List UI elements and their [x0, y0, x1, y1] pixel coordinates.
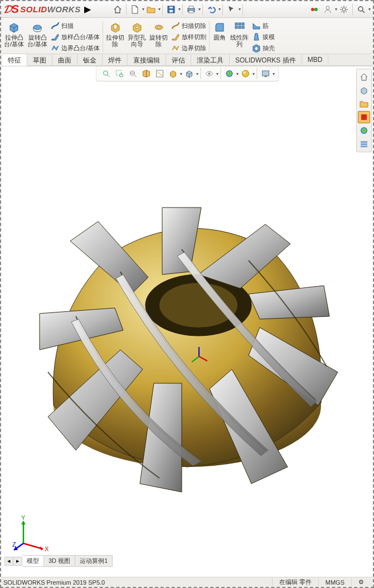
dropdown-arrow-icon[interactable]: ▾: [236, 71, 239, 76]
options-gear-icon[interactable]: [338, 3, 350, 16]
svg-rect-21: [242, 26, 244, 28]
select-cursor-icon[interactable]: [225, 3, 237, 16]
model-render: [31, 149, 343, 495]
dynamic-annotation-icon[interactable]: [153, 68, 166, 80]
status-product: SOLIDWORKS Premium 2019 SP5.0: [3, 579, 105, 586]
svg-rect-18: [242, 23, 244, 25]
revolve-boss-button[interactable]: 旋转凸 台/基体: [26, 20, 49, 49]
svg-point-29: [242, 70, 249, 77]
graphics-viewport[interactable]: ▾ ▾ ▾ ▾ ▾ ▾: [1, 66, 373, 577]
rebuild-icon[interactable]: [308, 3, 320, 16]
dropdown-arrow-icon[interactable]: ▾: [142, 7, 144, 12]
svg-rect-12: [114, 25, 117, 29]
dropdown-arrow-icon[interactable]: ▾: [239, 7, 241, 12]
tab-surfaces[interactable]: 曲面: [52, 54, 77, 65]
svg-rect-33: [361, 114, 367, 120]
dropdown-arrow-icon[interactable]: ▾: [178, 7, 181, 12]
svg-rect-20: [239, 26, 241, 28]
svg-line-44: [23, 543, 43, 549]
svg-rect-17: [239, 23, 241, 25]
display-style-icon[interactable]: [183, 68, 195, 80]
svg-rect-4: [189, 6, 193, 8]
tab-features[interactable]: 特征: [2, 54, 27, 66]
loft-button[interactable]: 放样凸台/基体: [49, 31, 101, 42]
svg-line-43: [192, 356, 199, 362]
tab-sw-addins[interactable]: SOLIDWORKS 插件: [230, 54, 302, 65]
cut-revolve-button[interactable]: 旋转切 除: [148, 20, 169, 49]
status-menu-icon[interactable]: ⚙: [351, 579, 371, 586]
previous-view-icon[interactable]: [127, 68, 139, 80]
svg-rect-19: [235, 26, 237, 28]
section-view-icon[interactable]: [140, 68, 152, 80]
extrude-boss-button[interactable]: 拉伸凸 台/基体: [2, 20, 26, 49]
svg-text:X: X: [45, 546, 49, 552]
zoom-to-fit-icon[interactable]: [100, 68, 112, 80]
custom-properties-icon[interactable]: [358, 124, 370, 137]
new-doc-icon[interactable]: [129, 3, 141, 16]
bottom-tab-3dview[interactable]: 3D 视图: [44, 555, 75, 567]
dropdown-arrow-icon[interactable]: ▾: [158, 7, 161, 12]
undo-icon[interactable]: [205, 3, 217, 16]
cut-boundary-button[interactable]: 边界切除: [169, 42, 208, 54]
dropdown-arrow-icon[interactable]: ▾: [196, 71, 198, 76]
search-icon[interactable]: [355, 3, 367, 16]
status-bar: SOLIDWORKS Premium 2019 SP5.0 在编辑 零件 MMG…: [1, 577, 373, 587]
tab-sheetmetal[interactable]: 钣金: [77, 54, 103, 65]
edit-appearance-icon[interactable]: [223, 68, 235, 80]
tab-evaluate[interactable]: 评估: [166, 54, 191, 65]
file-explorer-icon[interactable]: [358, 84, 370, 97]
tab-render-tools[interactable]: 渲染工具: [191, 54, 230, 65]
cut-loft-button[interactable]: 放样切割: [169, 31, 208, 42]
titlebar: 𝓓S SOLIDWORKS ▶ ▾ ▾ ▾ ▾ ▾ ▾ ▾ ▾: [1, 1, 373, 18]
origin-triad: [188, 345, 210, 368]
view-palette-icon[interactable]: [358, 98, 370, 110]
shell-button[interactable]: 抽壳: [250, 42, 276, 54]
dropdown-arrow-icon[interactable]: ▾: [218, 7, 221, 12]
svg-rect-35: [361, 141, 367, 143]
user-icon[interactable]: [322, 3, 334, 16]
tab-mbd[interactable]: MBD: [302, 54, 329, 65]
svg-point-6: [311, 8, 314, 11]
dropdown-arrow-icon[interactable]: ▾: [216, 71, 218, 76]
tab-scroll-left-icon[interactable]: ◂: [4, 557, 13, 566]
dropdown-arrow-icon[interactable]: ▾: [335, 7, 337, 12]
save-icon[interactable]: [165, 3, 177, 16]
svg-point-30: [243, 71, 245, 74]
bottom-tab-model[interactable]: 模型: [22, 555, 44, 567]
fillet-button[interactable]: 圆角: [211, 20, 229, 42]
tab-scroll-right-icon[interactable]: ▸: [13, 557, 22, 566]
dropdown-arrow-icon[interactable]: ▾: [252, 71, 255, 76]
tab-sketch[interactable]: 草图: [27, 54, 52, 65]
cut-sweep-button[interactable]: 扫描切除: [169, 20, 208, 31]
dropdown-arrow-icon[interactable]: ▾: [180, 71, 182, 76]
view-orientation-icon[interactable]: [167, 68, 179, 80]
reference-triad: X Y Z: [12, 515, 51, 555]
appearances-icon[interactable]: [358, 111, 370, 123]
rib-button[interactable]: 筋: [250, 20, 276, 31]
home-icon[interactable]: [111, 3, 124, 16]
status-units[interactable]: MMGS: [318, 579, 351, 586]
bottom-tab-motion-study[interactable]: 运动算例1: [75, 555, 113, 567]
tab-weldments[interactable]: 焊件: [103, 54, 128, 65]
hole-wizard-button[interactable]: 异型孔 向导: [126, 20, 148, 49]
view-settings-icon[interactable]: [259, 68, 271, 80]
hide-show-items-icon[interactable]: [203, 68, 215, 80]
expand-menu-icon[interactable]: ▶: [81, 3, 94, 16]
linear-pattern-button[interactable]: 线性阵 列: [229, 20, 250, 49]
apply-scene-icon[interactable]: [239, 68, 251, 80]
dropdown-arrow-icon[interactable]: ▾: [368, 7, 371, 12]
boundary-button[interactable]: 边界凸台/基体: [49, 42, 101, 54]
sweep-button[interactable]: 扫描: [49, 20, 101, 31]
cut-extrude-button[interactable]: 拉伸切 除: [104, 20, 126, 49]
dropdown-arrow-icon[interactable]: ▾: [273, 71, 275, 76]
print-icon[interactable]: [185, 3, 197, 16]
zoom-to-area-icon[interactable]: [113, 68, 125, 80]
open-doc-icon[interactable]: [145, 3, 157, 16]
dropdown-arrow-icon[interactable]: ▾: [198, 7, 201, 12]
tab-direct-edit[interactable]: 直接编辑: [128, 54, 166, 65]
draft-button[interactable]: 拔模: [250, 31, 276, 42]
design-library-icon[interactable]: [358, 71, 370, 83]
svg-point-34: [361, 127, 367, 134]
ribbon-toolbar: 拉伸凸 台/基体 旋转凸 台/基体 扫描 放样凸台/基体 边界凸台/基体 拉伸切…: [1, 18, 373, 66]
forum-icon[interactable]: [358, 138, 370, 150]
